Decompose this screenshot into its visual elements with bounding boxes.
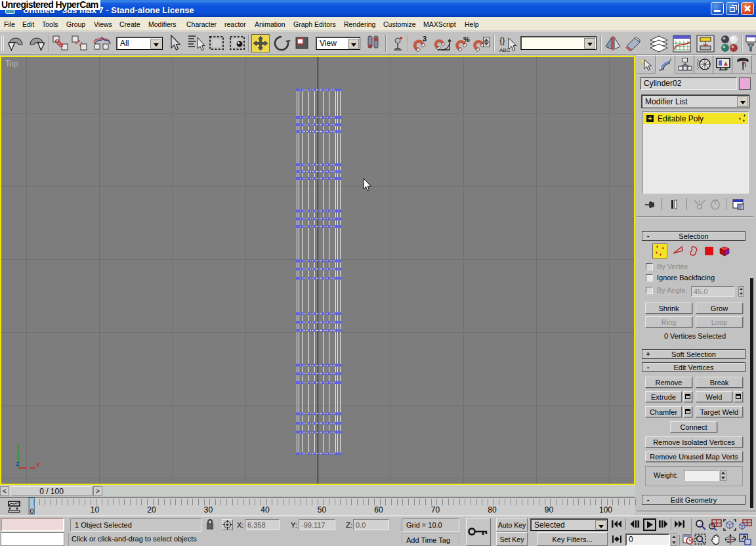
svg-text:z: z <box>16 459 20 467</box>
svg-text:{}: {} <box>499 35 505 45</box>
svg-text:x: x <box>36 460 40 468</box>
svg-text:%: % <box>463 35 470 43</box>
svg-text:3: 3 <box>423 35 427 43</box>
svg-text:y: y <box>16 442 20 449</box>
